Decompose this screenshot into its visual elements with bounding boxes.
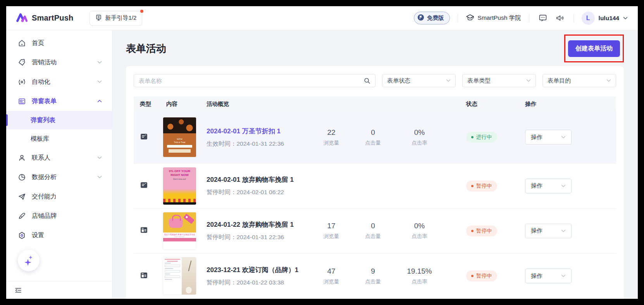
table-row: 现在只有购物车界面可以挽留及停留 Don't miss out! 2024-01… (134, 209, 616, 253)
campaign-title-link[interactable]: 2024-02-01 放弃购物车挽留 1 (207, 175, 312, 184)
sidebar-item-marketing[interactable]: 营销活动 (6, 53, 112, 72)
clicks-label: 点击量 (351, 140, 395, 146)
thumb-button (163, 238, 196, 241)
campaigns-table: 类型 内容 活动概览 状态 操作 (134, 96, 616, 291)
thumb-button (169, 149, 191, 153)
form-type-select[interactable]: 表单类型 (462, 74, 536, 87)
ctr-label: 点击率 (395, 140, 444, 146)
sidebar-item-store-brand[interactable]: 店铺品牌 (6, 206, 112, 226)
page-title: 表单活动 (126, 42, 166, 55)
sidebar-item-popup-forms[interactable]: 弹窗表单 (6, 91, 112, 111)
col-header-content: 内容 (163, 100, 203, 108)
form-name-search[interactable] (134, 74, 375, 87)
row-actions-dropdown[interactable]: 操作 (525, 179, 572, 193)
thumb-basket-art (169, 219, 183, 228)
campaign-time: 暂停时间：2024-01-31 22:36 (207, 233, 312, 241)
sidebar-item-label: 店铺品牌 (32, 212, 57, 220)
row-actions-dropdown[interactable]: 操作 (525, 224, 572, 238)
thumbnail-image (163, 117, 196, 133)
ctr-value: 0% (395, 128, 444, 137)
campaign-title-link[interactable]: 2024-02-01 万圣节折扣 1 (207, 127, 312, 136)
topbar: SmartPush 新手引导1/2 (6, 6, 638, 30)
chevron-up-icon (97, 100, 102, 103)
home-icon (17, 39, 26, 47)
campaign-thumbnail[interactable]: 0% OFF YOUR RIGHT NOW Don't miss out! (163, 167, 196, 205)
form-purpose-select[interactable]: 表单目的 (542, 74, 616, 87)
divider (529, 14, 529, 22)
sidebar-item-label: 自动化 (32, 78, 50, 86)
campaign-time: 生效时间：2024-01-31 22:36 (207, 140, 312, 148)
form-status-select[interactable]: 表单状态 (382, 74, 456, 87)
col-header-action: 操作 (521, 100, 616, 108)
thumb-basket-art (163, 199, 196, 202)
chevron-down-icon (623, 17, 628, 20)
plan-badge-label: 免费版 (427, 14, 444, 22)
chevron-down-icon (561, 184, 566, 188)
announcements-speaker-icon[interactable] (554, 12, 566, 24)
status-badge: 暂停中 (466, 226, 497, 236)
sidebar-item-home[interactable]: 首页 (6, 33, 112, 53)
campaign-thumbnail[interactable]: WFM Trick or Treat (163, 117, 196, 157)
sidebar-item-template-library[interactable]: 模板库 (6, 129, 112, 148)
chevron-down-icon (561, 136, 566, 139)
chevron-down-icon (97, 176, 102, 179)
chevron-down-icon (446, 79, 451, 82)
chevron-down-icon (97, 156, 102, 159)
sidebar-item-analytics[interactable]: 数据分析 (6, 167, 112, 187)
sidebar: 首页 营销活动 自动化 弹窗表单 (6, 30, 112, 299)
contacts-icon (17, 154, 26, 162)
thumbnail-image (182, 257, 196, 295)
academy-link[interactable]: SmartPush 学院 (466, 14, 521, 23)
thumb-footer (163, 241, 196, 250)
sidebar-item-contacts[interactable]: 联系人 (6, 148, 112, 167)
guide-button-label: 新手引导1/2 (105, 14, 136, 22)
status-dot-icon (471, 230, 474, 232)
smartpush-logo-icon (15, 12, 28, 24)
sidebar-item-popup-list[interactable]: 弹窗列表 (6, 111, 112, 129)
feedback-chat-icon[interactable] (537, 12, 549, 24)
ai-assistant-button[interactable] (18, 250, 40, 271)
thumb-text: Trick or Treat (174, 141, 185, 144)
select-value: 表单状态 (387, 77, 410, 84)
sidebar-item-label: 营销活动 (32, 59, 57, 67)
campaign-time: 暂停时间：2024-02-01 06:22 (207, 188, 312, 196)
pie-chart-icon (17, 173, 26, 181)
search-icon[interactable] (364, 78, 370, 84)
popup-type-icon (139, 181, 148, 190)
divider (573, 14, 574, 22)
thumb-border (163, 202, 196, 205)
clicks-value: 0 (351, 128, 395, 137)
plan-badge[interactable]: 免费版 (414, 12, 450, 24)
campaign-title-link[interactable]: 2023-12-21 欢迎订阅（品牌）1 (207, 265, 312, 274)
user-menu[interactable]: L lulu144 (582, 12, 628, 25)
chevron-down-icon (561, 229, 566, 233)
avatar: L (582, 12, 595, 25)
guide-badge-icon (95, 14, 102, 22)
sidebar-item-label: 弹窗列表 (31, 116, 55, 124)
automation-icon (17, 78, 26, 86)
collapse-sidebar-icon[interactable] (14, 287, 22, 294)
sidebar-item-deliverability[interactable]: 交付能力 (6, 187, 112, 206)
thumb-ribbon-art (183, 214, 195, 224)
row-actions-dropdown[interactable]: 操作 (525, 269, 572, 283)
actions-label: 操作 (531, 227, 542, 234)
sidebar-item-settings[interactable]: 设置 (6, 226, 112, 245)
academy-label: SmartPush 学院 (478, 14, 521, 22)
row-actions-dropdown[interactable]: 操作 (525, 130, 572, 145)
chevron-down-icon (97, 61, 102, 64)
thumb-text: Don't miss out! (173, 178, 186, 180)
chevron-down-icon (561, 274, 566, 277)
create-form-campaign-button[interactable]: 创建表单活动 (568, 40, 620, 57)
status-badge: 暂停中 (466, 271, 497, 281)
campaign-time: 暂停时间：2024-01-22 03:38 (207, 279, 312, 287)
topbar-right: 免费版 SmartPush 学院 (414, 12, 628, 25)
table-row: WFM Trick or Treat 2024-02-01 万圣节折扣 1 生效… (134, 111, 616, 164)
search-input[interactable] (139, 78, 364, 84)
campaign-thumbnail[interactable] (163, 257, 196, 295)
campaign-thumbnail[interactable]: 现在只有购物车界面可以挽留及停留 Don't miss out! (163, 212, 196, 250)
chevron-down-icon (526, 79, 531, 82)
brand[interactable]: SmartPush (15, 12, 73, 24)
campaign-title-link[interactable]: 2024-01-22 放弃购物车挽留 1 (207, 220, 312, 229)
sidebar-item-automation[interactable]: 自动化 (6, 72, 112, 91)
onboarding-guide-button[interactable]: 新手引导1/2 (90, 11, 142, 26)
